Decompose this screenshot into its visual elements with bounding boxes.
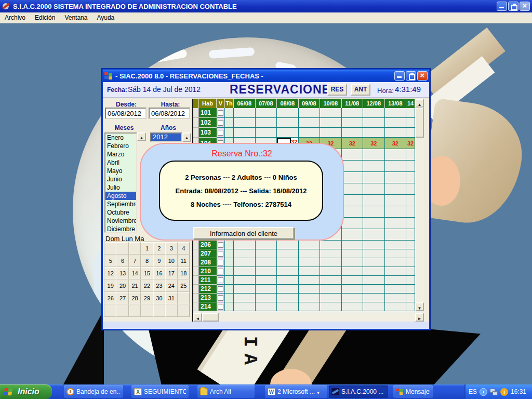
day-cell[interactable] — [342, 183, 364, 195]
day-cell[interactable] — [234, 128, 256, 138]
desde-input[interactable] — [105, 108, 147, 119]
day-cell[interactable] — [363, 172, 385, 183]
day-cell[interactable] — [299, 108, 321, 118]
calendar-day[interactable]: 26 — [104, 292, 116, 304]
scroll-right-button[interactable] — [415, 313, 424, 322]
calendar-day[interactable]: 10 — [165, 255, 177, 267]
ant-button[interactable]: ANT — [351, 84, 370, 96]
day-cell[interactable] — [406, 249, 415, 258]
day-cell[interactable] — [277, 108, 299, 118]
calendar-day[interactable]: 20 — [116, 280, 128, 292]
menu-item-2[interactable]: Ventana — [60, 14, 92, 21]
day-cell[interactable] — [299, 118, 321, 128]
day-cell[interactable] — [385, 285, 407, 294]
client-info-button[interactable]: Informacion del cliente — [193, 227, 294, 239]
day-cell[interactable] — [320, 302, 342, 311]
day-cell[interactable] — [256, 258, 277, 267]
day-cell[interactable] — [385, 229, 407, 241]
day-cell[interactable] — [234, 285, 256, 294]
vacancy-cell[interactable] — [217, 276, 225, 285]
month-item-11[interactable]: Diciembre — [105, 225, 136, 233]
hasta-input[interactable] — [149, 108, 190, 119]
vacancy-cell[interactable] — [217, 302, 225, 311]
calendar-day[interactable]: 4 — [178, 242, 190, 255]
menu-item-0[interactable]: Archivo — [0, 14, 30, 21]
calendar-day[interactable]: 29 — [141, 292, 153, 304]
calendar-day[interactable]: 16 — [153, 267, 165, 280]
day-cell[interactable] — [385, 183, 407, 195]
day-cell[interactable] — [234, 302, 256, 311]
day-cell[interactable] — [363, 161, 385, 172]
day-cell[interactable] — [385, 249, 407, 258]
menu-item-3[interactable]: Ayuda — [92, 14, 119, 21]
calendar-day[interactable]: 13 — [116, 267, 128, 280]
taskbar-item-4[interactable]: S.I.A.C.2000 ... — [329, 385, 388, 398]
day-cell[interactable] — [385, 195, 407, 206]
vacancy-cell[interactable] — [217, 249, 225, 258]
day-cell[interactable] — [234, 249, 256, 258]
day-cell[interactable] — [256, 302, 277, 311]
day-cell[interactable] — [406, 229, 415, 241]
day-cell[interactable] — [256, 118, 277, 128]
day-cell[interactable] — [277, 241, 299, 249]
month-item-9[interactable]: Octubre — [105, 208, 136, 217]
day-cell[interactable] — [234, 118, 256, 128]
calendar-day[interactable]: 9 — [153, 255, 165, 267]
window-close-button[interactable] — [417, 71, 428, 81]
room-checkbox[interactable] — [218, 242, 223, 248]
day-cell[interactable] — [320, 128, 342, 138]
chevron-down-icon[interactable] — [317, 387, 320, 396]
day-cell[interactable] — [385, 108, 407, 118]
day-cell[interactable] — [320, 258, 342, 267]
day-cell[interactable] — [342, 149, 364, 161]
day-cell[interactable] — [342, 128, 364, 138]
day-cell[interactable] — [385, 218, 407, 229]
start-button[interactable]: Inicio — [0, 384, 52, 399]
day-cell[interactable] — [406, 161, 415, 172]
scroll-down-button[interactable] — [415, 302, 424, 311]
day-cell[interactable] — [256, 108, 277, 118]
room-checkbox[interactable] — [218, 304, 223, 310]
day-cell[interactable] — [406, 241, 415, 249]
day-cell[interactable] — [342, 267, 364, 276]
day-cell[interactable] — [256, 249, 277, 258]
month-item-1[interactable]: Febrero — [105, 142, 136, 150]
day-cell[interactable] — [277, 294, 299, 302]
row-selector[interactable] — [193, 302, 199, 311]
row-selector[interactable] — [193, 118, 199, 128]
day-cell[interactable] — [342, 241, 364, 249]
day-cell[interactable] — [363, 195, 385, 206]
day-cell[interactable] — [406, 206, 415, 218]
day-cell[interactable] — [299, 285, 321, 294]
day-cell[interactable] — [385, 267, 407, 276]
day-cell[interactable] — [299, 276, 321, 285]
vertical-scrollbar[interactable] — [415, 99, 424, 311]
day-cell[interactable] — [256, 267, 277, 276]
day-cell[interactable] — [277, 258, 299, 267]
room-checkbox[interactable] — [218, 120, 223, 126]
calendar-day[interactable]: 18 — [178, 267, 190, 280]
year-field[interactable]: 2012 — [150, 132, 182, 142]
day-cell[interactable] — [406, 128, 415, 138]
day-cell[interactable] — [234, 258, 256, 267]
day-cell[interactable] — [299, 241, 321, 249]
day-cell[interactable] — [406, 258, 415, 267]
row-selector[interactable] — [193, 249, 199, 258]
calendar-day[interactable]: 25 — [178, 280, 190, 292]
day-cell[interactable] — [363, 218, 385, 229]
language-indicator[interactable]: ES — [469, 388, 477, 395]
day-cell[interactable] — [234, 267, 256, 276]
close-button[interactable] — [520, 2, 530, 11]
window-maximize-button[interactable] — [406, 71, 416, 81]
horizontal-scroll-thumb[interactable] — [202, 313, 219, 322]
day-cell[interactable] — [342, 195, 364, 206]
day-cell[interactable] — [299, 249, 321, 258]
vacancy-cell[interactable] — [217, 241, 225, 249]
calendar-day[interactable]: 7 — [129, 255, 141, 267]
room-checkbox[interactable] — [218, 110, 223, 116]
calendar-day[interactable]: 21 — [129, 280, 141, 292]
month-spin-up[interactable] — [137, 132, 146, 141]
day-cell[interactable] — [363, 267, 385, 276]
day-cell[interactable] — [363, 108, 385, 118]
day-cell[interactable] — [342, 294, 364, 302]
